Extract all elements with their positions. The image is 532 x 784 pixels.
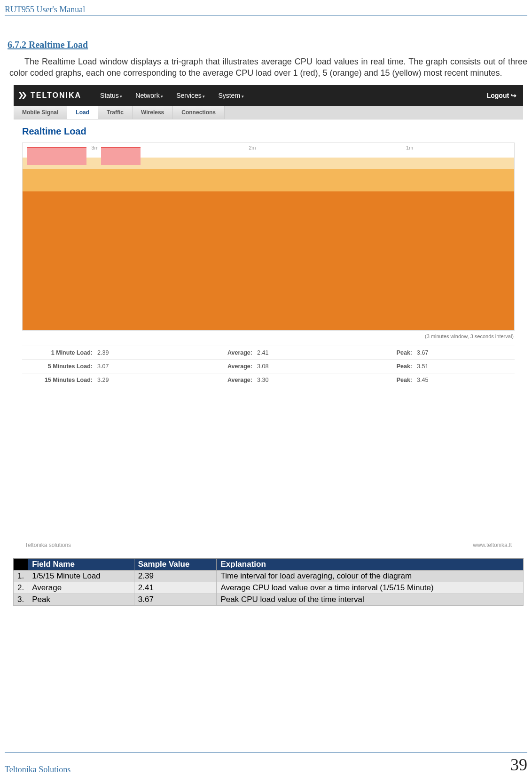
stat-label-5m: 5 Minutes Load:	[48, 363, 93, 370]
cell-field: 1/5/15 Minute Load	[28, 570, 134, 582]
document-header: RUT955 User's Manual	[5, 5, 527, 16]
load-stats: 1 Minute Load: 2.39 Average: 2.41 Peak: …	[22, 346, 515, 387]
brand-logo-icon	[17, 90, 28, 101]
chart-xlabel-2m: 2m	[249, 145, 256, 150]
top-menu: Status Network Services System	[100, 92, 244, 99]
table-row: 3. Peak 3.67 Peak CPU load value of the …	[14, 594, 524, 605]
footer-company: Teltonika Solutions	[5, 765, 70, 775]
th-field: Field Name	[28, 558, 134, 570]
realtime-load-chart: 3m 2m 1m	[22, 143, 515, 331]
stat-avg-label: Average:	[135, 377, 257, 383]
stat-peak-5m: 3.51	[417, 363, 445, 370]
stat-peak-label: Peak:	[295, 377, 417, 383]
document-footer: Teltonika Solutions 39	[5, 752, 527, 775]
field-explanation-table: Field Name Sample Value Explanation 1. 1…	[13, 558, 524, 606]
cell-num: 1.	[14, 570, 28, 582]
th-sample: Sample Value	[134, 558, 217, 570]
chart-peak-region	[27, 147, 86, 166]
brand-logo[interactable]: TELTONIKA	[17, 90, 81, 101]
cell-field: Average	[28, 582, 134, 594]
menu-status[interactable]: Status	[100, 92, 122, 99]
cell-expl: Peak CPU load value of the time interval	[217, 594, 524, 605]
load-row-15m: 15 Minutes Load: 3.29 Average: 3.30 Peak…	[22, 373, 515, 387]
tab-wireless[interactable]: Wireless	[133, 106, 173, 119]
logout-link[interactable]: Logout	[487, 92, 516, 99]
menu-network[interactable]: Network	[135, 92, 163, 99]
chart-xlabel-3m: 3m	[91, 145, 98, 150]
footer-page-number: 39	[510, 755, 527, 775]
cell-sample: 2.41	[134, 582, 217, 594]
stat-peak-15m: 3.45	[417, 377, 445, 383]
stat-avg-label: Average:	[135, 349, 257, 356]
cell-num: 2.	[14, 582, 28, 594]
menu-services[interactable]: Services	[176, 92, 205, 99]
stat-value-1m: 2.39	[97, 349, 135, 356]
stat-avg-label: Average:	[135, 363, 257, 370]
stat-avg-15m: 3.30	[257, 377, 295, 383]
top-navbar: TELTONIKA Status Network Services System…	[14, 85, 523, 106]
tab-traffic[interactable]: Traffic	[98, 106, 133, 119]
tab-load[interactable]: Load	[67, 106, 98, 119]
table-row: 1. 1/5/15 Minute Load 2.39 Time interval…	[14, 570, 524, 582]
stat-avg-5m: 3.08	[257, 363, 295, 370]
chart-caption: (3 minutes window, 3 seconds interval)	[22, 333, 514, 339]
table-row: 2. Average 2.41 Average CPU load value o…	[14, 582, 524, 594]
ui-footer-right[interactable]: www.teltonika.lt	[473, 542, 512, 548]
menu-system[interactable]: System	[218, 92, 243, 99]
stat-value-15m: 3.29	[97, 377, 135, 383]
embedded-screenshot: TELTONIKA Status Network Services System…	[13, 85, 524, 554]
cell-sample: 2.39	[134, 570, 217, 582]
chart-peak-region	[101, 147, 141, 166]
stat-peak-label: Peak:	[295, 349, 417, 356]
chart-series-1m	[23, 191, 514, 330]
section-heading: 6.7.2 Realtime Load	[8, 40, 527, 50]
chart-xlabel-1m: 1m	[406, 145, 413, 150]
stat-label-1m: 1 Minute Load:	[51, 349, 93, 356]
cell-expl: Time interval for load averaging, colour…	[217, 570, 524, 582]
stat-peak-label: Peak:	[295, 363, 417, 370]
tab-connections[interactable]: Connections	[173, 106, 225, 119]
section-body: The Realtime Load window displays a tri-…	[9, 56, 527, 79]
stat-avg-1m: 2.41	[257, 349, 295, 356]
load-row-1m: 1 Minute Load: 2.39 Average: 2.41 Peak: …	[22, 346, 515, 359]
section-body-text: The Realtime Load window displays a tri-…	[9, 57, 527, 78]
tab-mobile-signal[interactable]: Mobile Signal	[14, 106, 67, 119]
ui-footer-left: Teltonika solutions	[25, 542, 71, 548]
stat-label-15m: 15 Minutes Load:	[45, 377, 93, 383]
cell-num: 3.	[14, 594, 28, 605]
sub-tabs: Mobile Signal Load Traffic Wireless Conn…	[14, 106, 523, 119]
cell-field: Peak	[28, 594, 134, 605]
stat-value-5m: 3.07	[97, 363, 135, 370]
th-blank	[14, 558, 28, 570]
cell-sample: 3.67	[134, 594, 217, 605]
ui-footer: Teltonika solutions www.teltonika.lt	[22, 542, 515, 548]
load-row-5m: 5 Minutes Load: 3.07 Average: 3.08 Peak:…	[22, 359, 515, 373]
th-explanation: Explanation	[217, 558, 524, 570]
brand-name: TELTONIKA	[31, 91, 81, 100]
page-title: Realtime Load	[22, 126, 515, 137]
stat-peak-1m: 3.67	[417, 349, 445, 356]
cell-expl: Average CPU load value over a time inter…	[217, 582, 524, 594]
